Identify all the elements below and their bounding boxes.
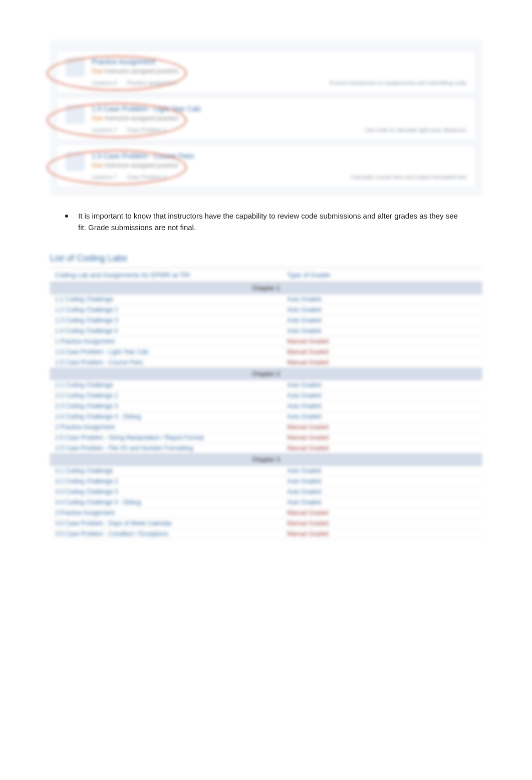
table-row: 3 Practice AssignmentManual Graded [50,508,482,518]
lab-name[interactable]: 1.1 Coding Challenge [55,296,287,303]
table-row: 3.1 Coding ChallengeAuto Graded [50,466,482,476]
card-footer-right: Use code to calculate light-year distanc… [365,127,466,133]
annotation-circle [47,150,187,185]
header-right: Type of Grader [287,271,477,279]
header-left: Coding Lab and Assignments for EPWR at T… [55,271,287,279]
lab-name[interactable]: 3.2 Coding Challenge 2 [55,478,287,485]
bullet-icon [65,215,68,218]
table-header: Coding Lab and Assignments for EPWR at T… [50,268,482,282]
lab-name[interactable]: 3 Practice Assignment [55,509,287,516]
lab-name[interactable]: 3.4 Coding Challenge 4 - Debug [55,499,287,506]
grader-type: Auto Graded [287,488,477,495]
lab-name[interactable]: 1.4 Coding Challenge 4 [55,327,287,334]
lab-name[interactable]: 2.5 Case Problem - File I/O and Number F… [55,445,287,452]
table-row: 3.2 Coding Challenge 2Auto Graded [50,476,482,487]
table-row: 1.2 Coding Challenge 2Auto Graded [50,305,482,315]
bullet-block: It is important to know that instructors… [50,211,482,233]
grader-type: Auto Graded [287,499,477,506]
lab-name[interactable]: 2.2 Coding Challenge 2 [55,392,287,399]
grader-type: Manual Graded [287,424,477,431]
table-row: 2.5 Case Problem - File I/O and Number F… [50,443,482,454]
assignment-card: 1.5 Case Problem - Course Fees Due Instr… [56,144,476,187]
table-row: 2.4 Coding Challenge 4 - DebugAuto Grade… [50,412,482,422]
assignment-card: 1.5 Case Problem - Light Year Calc Due I… [56,97,476,140]
table-row: 3.5 Case Problem - Days of Week Calendar… [50,518,482,529]
lab-name[interactable]: 2.4 Coding Challenge 4 - Debug [55,413,287,420]
lab-name[interactable]: 2 Practice Assignment [55,424,287,431]
grader-type: Manual Graded [287,434,477,441]
grader-type: Manual Graded [287,338,477,345]
lab-name[interactable]: 2.5 Case Problem - String Manipulation /… [55,434,287,441]
table-row: 2.5 Case Problem - String Manipulation /… [50,433,482,443]
table-row: 1 Practice AssignmentManual Graded [50,336,482,347]
table-row: 2 Practice AssignmentManual Graded [50,422,482,433]
card-footer-right: Calculate course fees and output formatt… [351,174,466,180]
group-header: Chapter 2 [50,368,482,380]
lab-name[interactable]: 3.3 Coding Challenge 3 [55,488,287,495]
table-row: 1.4 Coding Challenge 4Auto Graded [50,326,482,336]
lab-name[interactable]: 2.1 Coding Challenge [55,381,287,388]
grader-type: Manual Graded [287,359,477,366]
assignment-card: Practice Assignment Due Instructor-assig… [56,50,476,93]
lab-name[interactable]: 1 Practice Assignment [55,338,287,345]
lab-name[interactable]: 1.3 Coding Challenge 3 [55,317,287,324]
grader-type: Manual Graded [287,348,477,355]
grader-type: Auto Graded [287,467,477,474]
lab-name[interactable]: 1.5 Case Problem - Course Fees [55,359,287,366]
table-row: 3.3 Coding Challenge 3Auto Graded [50,487,482,497]
group-header: Chapter 1 [50,282,482,294]
bullet-text: It is important to know that instructors… [78,211,467,233]
table-row: 2.1 Coding ChallengeAuto Graded [50,380,482,391]
grader-type: Auto Graded [287,478,477,485]
lab-name[interactable]: 2.3 Coding Challenge 3 [55,403,287,410]
grader-type: Manual Graded [287,509,477,516]
annotation-circle [47,56,187,91]
grader-type: Auto Graded [287,327,477,334]
grader-type: Manual Graded [287,530,477,537]
group-header: Chapter 3 [50,454,482,466]
assignment-cards-panel: Practice Assignment Due Instructor-assig… [50,40,482,196]
grader-type: Auto Graded [287,413,477,420]
lab-name[interactable]: 1.5 Case Problem - Light Year Calc [55,348,287,355]
card-footer-right: A short introduction to assignments and … [330,80,466,86]
grader-type: Manual Graded [287,520,477,527]
grader-type: Auto Graded [287,381,477,388]
lab-name[interactable]: 3.1 Coding Challenge [55,467,287,474]
table-title: List of Coding Labs [50,253,482,264]
table-row: 3.5 Case Problem - Condition / Exception… [50,529,482,539]
coding-labs-table: List of Coding Labs Coding Lab and Assig… [50,253,482,539]
table-row: 1.5 Case Problem - Course FeesManual Gra… [50,357,482,368]
table-row: 1.3 Coding Challenge 3Auto Graded [50,315,482,326]
annotation-circle [47,103,187,138]
table-row: 1.5 Case Problem - Light Year CalcManual… [50,347,482,357]
table-row: 1.1 Coding ChallengeAuto Graded [50,294,482,305]
table-row: 3.4 Coding Challenge 4 - DebugAuto Grade… [50,497,482,508]
table-row: 2.2 Coding Challenge 2Auto Graded [50,391,482,401]
grader-type: Auto Graded [287,296,477,303]
grader-type: Auto Graded [287,392,477,399]
grader-type: Manual Graded [287,445,477,452]
lab-name[interactable]: 3.5 Case Problem - Days of Week Calendar [55,520,287,527]
lab-name[interactable]: 3.5 Case Problem - Condition / Exception… [55,530,287,537]
table-row: 2.3 Coding Challenge 3Auto Graded [50,401,482,412]
lab-name[interactable]: 1.2 Coding Challenge 2 [55,306,287,313]
grader-type: Auto Graded [287,306,477,313]
grader-type: Auto Graded [287,317,477,324]
grader-type: Auto Graded [287,403,477,410]
